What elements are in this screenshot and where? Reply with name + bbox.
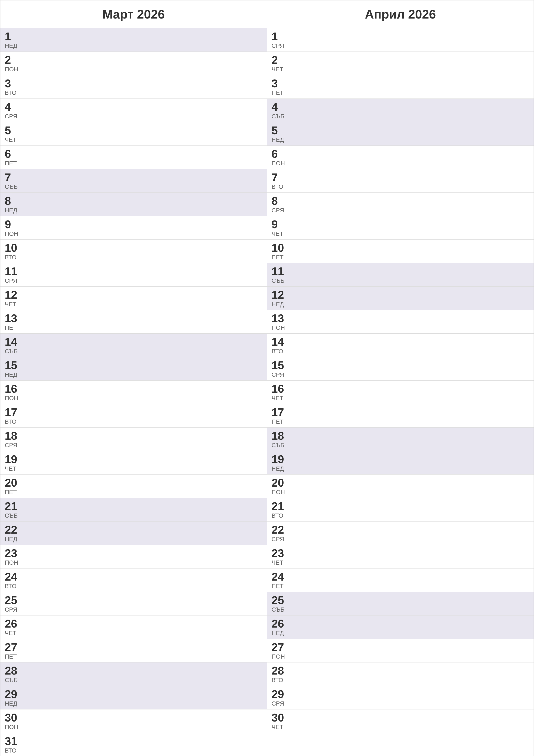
march-day-row-6: 6 ПЕТ <box>0 146 267 169</box>
day-name: ВТО <box>5 254 16 261</box>
day-info: 15 НЕД <box>5 360 17 378</box>
april-day-row-27: 27 ПОН <box>267 639 534 662</box>
day-info: 26 ЧЕТ <box>5 618 17 636</box>
day-name: ПЕТ <box>5 489 17 496</box>
march-day-row-27: 27 ПЕТ <box>0 639 267 662</box>
day-name: ПЕТ <box>5 160 17 167</box>
march-day-row-3: 3 ВТО <box>0 75 267 99</box>
day-number: 28 <box>5 665 17 676</box>
day-name: ВТО <box>271 677 283 684</box>
day-name: ЧЕТ <box>271 724 283 731</box>
day-name: ЧЕТ <box>271 66 283 73</box>
march-day-row-23: 23 ПОН <box>0 545 267 569</box>
april-day-row-6: 6 ПОН <box>267 146 534 169</box>
march-day-row-25: 25 СРЯ <box>0 592 267 615</box>
april-day-row-13: 13 ПОН <box>267 310 534 334</box>
april-day-row-18: 18 СЪБ <box>267 428 534 451</box>
march-day-row-10: 10 ВТО <box>0 240 267 263</box>
day-info: 27 ПЕТ <box>5 641 17 660</box>
day-number: 23 <box>271 548 284 559</box>
april-day-row-11: 11 СЪБ <box>267 263 534 286</box>
day-number: 8 <box>5 195 11 206</box>
april-day-row-30: 30 ЧЕТ <box>267 710 534 733</box>
march-day-row-12: 12 ЧЕТ <box>0 286 267 310</box>
day-number: 3 <box>5 78 11 89</box>
march-day-row-31: 31 ВТО <box>0 733 267 756</box>
day-name: НЕД <box>271 465 284 472</box>
day-number: 19 <box>271 454 284 465</box>
day-name: ПОН <box>271 653 285 660</box>
day-number: 7 <box>5 172 11 183</box>
day-info: 2 ЧЕТ <box>271 54 283 73</box>
day-info: 9 ПОН <box>5 219 18 237</box>
day-number: 12 <box>271 289 284 300</box>
march-day-row-28: 28 СЪБ <box>0 662 267 686</box>
day-name: ВТО <box>271 512 283 519</box>
april-day-row-4: 4 СЪБ <box>267 99 534 122</box>
day-number: 11 <box>271 266 284 277</box>
day-number: 14 <box>271 336 284 347</box>
april-day-row-15: 15 СРЯ <box>267 357 534 381</box>
april-day-row-2: 2 ЧЕТ <box>267 52 534 75</box>
day-info: 6 ПЕТ <box>5 148 17 167</box>
day-name: ВТО <box>5 583 16 590</box>
day-name: ВТО <box>271 183 283 190</box>
day-name: СРЯ <box>271 536 284 543</box>
day-number: 27 <box>271 641 284 653</box>
day-number: 1 <box>5 31 11 42</box>
day-info: 29 НЕД <box>5 688 17 707</box>
day-number: 25 <box>5 595 17 606</box>
day-name: ЧЕТ <box>5 465 16 472</box>
day-name: НЕД <box>5 700 17 707</box>
day-info: 3 ВТО <box>5 78 16 96</box>
day-name: СРЯ <box>5 113 17 120</box>
day-name: СРЯ <box>5 277 17 284</box>
calendar-container: Март 2026 Април 2026 1 НЕД 2 ПОН 3 ВТО 4… <box>0 0 534 756</box>
day-info: 26 НЕД <box>271 618 284 636</box>
day-info: 12 НЕД <box>271 289 284 308</box>
day-info: 25 СРЯ <box>5 595 17 613</box>
march-day-row-1: 1 НЕД <box>0 28 267 52</box>
day-name: СЪБ <box>5 348 18 355</box>
day-number: 24 <box>5 571 17 582</box>
march-day-row-8: 8 НЕД <box>0 193 267 216</box>
day-number: 4 <box>271 101 278 113</box>
day-name: ВТО <box>5 418 16 425</box>
day-info: 4 СЪБ <box>271 101 285 120</box>
day-info: 30 ПОН <box>5 712 18 731</box>
day-info: 27 ПОН <box>271 641 285 660</box>
day-name: СЪБ <box>271 442 285 449</box>
day-number: 2 <box>271 54 278 66</box>
day-info: 7 СЪБ <box>5 172 18 190</box>
day-info: 13 ПЕТ <box>5 313 17 331</box>
day-info: 24 ВТО <box>5 571 17 590</box>
day-number: 23 <box>5 548 17 559</box>
march-day-row-7: 7 СЪБ <box>0 169 267 193</box>
april-day-row-7: 7 ВТО <box>267 169 534 193</box>
march-day-row-24: 24 ВТО <box>0 569 267 592</box>
day-number: 14 <box>5 336 17 347</box>
april-day-row-10: 10 ПЕТ <box>267 240 534 263</box>
day-info: 1 НЕД <box>5 31 17 49</box>
day-info: 18 СЪБ <box>271 430 285 449</box>
day-number: 24 <box>271 571 284 582</box>
day-number: 9 <box>271 219 278 230</box>
day-number: 20 <box>5 477 17 488</box>
day-name: ПЕТ <box>271 90 284 96</box>
day-info: 2 ПОН <box>5 54 18 73</box>
day-name: ЧЕТ <box>5 301 16 308</box>
day-number: 20 <box>271 477 284 488</box>
day-info: 14 ВТО <box>271 336 284 355</box>
day-number: 9 <box>5 219 11 230</box>
day-number: 25 <box>271 595 284 606</box>
day-number: 17 <box>5 407 17 418</box>
day-name: ПЕТ <box>5 653 17 660</box>
april-day-row-3: 3 ПЕТ <box>267 75 534 99</box>
march-column: 1 НЕД 2 ПОН 3 ВТО 4 СРЯ 5 ЧЕТ <box>0 28 267 756</box>
april-day-row-28: 28 ВТО <box>267 662 534 686</box>
day-name: НЕД <box>5 371 17 378</box>
day-info: 25 СЪБ <box>271 595 285 613</box>
day-info: 6 ПОН <box>271 148 285 167</box>
day-name: СРЯ <box>271 42 284 49</box>
day-number: 16 <box>271 383 284 394</box>
